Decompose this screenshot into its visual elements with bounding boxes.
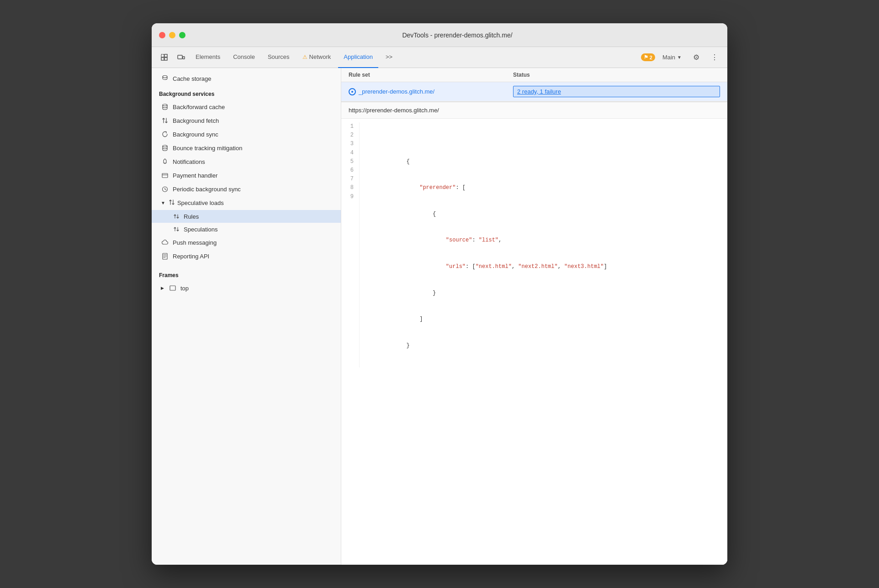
svg-rect-1 bbox=[164, 54, 167, 57]
sidebar-item-bounce-tracking[interactable]: Bounce tracking mitigation bbox=[152, 141, 341, 155]
sidebar-item-periodic-sync[interactable]: Periodic background sync bbox=[152, 182, 341, 196]
bell-icon bbox=[161, 158, 169, 166]
device-toggle-icon[interactable] bbox=[174, 50, 188, 65]
svg-rect-5 bbox=[183, 57, 185, 59]
content-area: Rule set Status _prerender-demos.glitch.… bbox=[341, 68, 727, 565]
sync-icon bbox=[161, 130, 169, 138]
svg-rect-11 bbox=[170, 286, 175, 290]
code-line-3: "prerender": [ bbox=[367, 184, 720, 192]
window-title: DevTools - prerender-demos.glitch.me/ bbox=[195, 31, 720, 39]
chevron-down-icon: ▼ bbox=[161, 200, 165, 205]
tab-elements[interactable]: Elements bbox=[190, 47, 226, 68]
close-button[interactable] bbox=[159, 32, 165, 38]
issues-badge[interactable]: ⚑ 2 bbox=[641, 53, 655, 61]
main-area: Cache storage Background services Back/f… bbox=[152, 68, 727, 565]
warn-icon: ⚠ bbox=[302, 54, 307, 60]
line-numbers: 1 2 3 4 5 6 7 8 9 bbox=[341, 122, 360, 368]
tab-application[interactable]: Application bbox=[338, 47, 378, 68]
rule-status-cell[interactable]: 2 ready, 1 failure bbox=[513, 86, 720, 97]
svg-rect-4 bbox=[178, 55, 182, 59]
svg-rect-8 bbox=[162, 173, 168, 178]
payment-handler-label: Payment handler bbox=[173, 172, 217, 179]
tab-more[interactable]: >> bbox=[380, 47, 398, 68]
svg-rect-2 bbox=[161, 58, 164, 60]
sidebar-item-backforward-cache[interactable]: Back/forward cache bbox=[152, 100, 341, 114]
bounce-tracking-label: Bounce tracking mitigation bbox=[173, 145, 242, 152]
more-options-icon[interactable]: ⋮ bbox=[707, 50, 722, 65]
speculations-label: Speculations bbox=[184, 226, 217, 233]
tab-network[interactable]: ⚠ Network bbox=[297, 47, 337, 68]
code-line-5: "source": "list", bbox=[367, 236, 720, 245]
sidebar-item-frames-top[interactable]: ▶ top bbox=[152, 281, 341, 295]
speculations-icon bbox=[173, 226, 180, 233]
traffic-lights bbox=[159, 32, 185, 38]
code-area: 1 2 3 4 5 6 7 8 9 { bbox=[341, 119, 727, 371]
cache-icon bbox=[161, 74, 169, 83]
sidebar-item-payment-handler[interactable]: Payment handler bbox=[152, 168, 341, 182]
sidebar-item-background-fetch[interactable]: Background fetch bbox=[152, 114, 341, 127]
sidebar-item-reporting-api[interactable]: Reporting API bbox=[152, 249, 341, 263]
rule-url-cell: _prerender-demos.glitch.me/ bbox=[349, 88, 513, 95]
settings-icon[interactable]: ⚙ bbox=[689, 50, 704, 65]
maximize-button[interactable] bbox=[179, 32, 185, 38]
periodic-sync-label: Periodic background sync bbox=[173, 186, 241, 193]
frames-top-label: top bbox=[180, 285, 189, 292]
badge-icon: ⚑ bbox=[644, 54, 648, 60]
card-icon bbox=[161, 171, 169, 179]
frame-icon bbox=[169, 284, 177, 292]
toolbar-right: ⚑ 2 Main ▼ ⚙ ⋮ bbox=[641, 50, 722, 65]
code-line-7: } bbox=[367, 289, 720, 298]
db2-icon bbox=[161, 144, 169, 152]
rules-icon bbox=[173, 213, 180, 220]
cloud-icon bbox=[161, 238, 169, 247]
chevron-down-icon: ▼ bbox=[677, 55, 682, 60]
sidebar: Cache storage Background services Back/f… bbox=[152, 68, 341, 565]
sidebar-item-background-sync[interactable]: Background sync bbox=[152, 127, 341, 141]
backforward-cache-label: Back/forward cache bbox=[173, 104, 225, 110]
push-messaging-label: Push messaging bbox=[173, 239, 217, 246]
sidebar-item-rules[interactable]: Rules bbox=[152, 210, 341, 223]
sidebar-item-speculations[interactable]: Speculations bbox=[152, 223, 341, 236]
sidebar-item-notifications[interactable]: Notifications bbox=[152, 155, 341, 168]
triangle-right-icon: ▶ bbox=[161, 286, 164, 290]
sidebar-item-cache-storage[interactable]: Cache storage bbox=[152, 72, 341, 85]
table-row[interactable]: _prerender-demos.glitch.me/ 2 ready, 1 f… bbox=[341, 82, 727, 101]
titlebar: DevTools - prerender-demos.glitch.me/ bbox=[152, 23, 727, 47]
tab-sources[interactable]: Sources bbox=[262, 47, 295, 68]
svg-rect-0 bbox=[161, 54, 164, 57]
devtools-window: DevTools - prerender-demos.glitch.me/ El… bbox=[152, 23, 727, 565]
cache-storage-label: Cache storage bbox=[173, 75, 212, 82]
background-sync-label: Background sync bbox=[173, 131, 218, 138]
code-line-8: ] bbox=[367, 315, 720, 324]
arrows3-icon bbox=[168, 199, 175, 207]
frames-header: Frames bbox=[152, 267, 341, 281]
sidebar-item-push-messaging[interactable]: Push messaging bbox=[152, 236, 341, 249]
tab-console[interactable]: Console bbox=[228, 47, 260, 68]
notifications-label: Notifications bbox=[173, 158, 205, 165]
rule-table: Rule set Status _prerender-demos.glitch.… bbox=[341, 68, 727, 102]
reporting-api-label: Reporting API bbox=[173, 253, 209, 260]
column-header-status: Status bbox=[513, 72, 720, 78]
main-selector[interactable]: Main ▼ bbox=[659, 52, 685, 63]
code-content: { "prerender": [ { "source": "list", "ur… bbox=[360, 122, 727, 368]
code-line-2: { bbox=[367, 158, 720, 166]
doc-icon bbox=[161, 252, 169, 260]
arrows-updown-icon bbox=[161, 116, 169, 125]
toolbar: Elements Console Sources ⚠ Network Appli… bbox=[152, 47, 727, 68]
inspect-icon[interactable] bbox=[157, 50, 172, 65]
svg-point-7 bbox=[163, 145, 167, 147]
background-fetch-label: Background fetch bbox=[173, 117, 219, 124]
svg-rect-3 bbox=[164, 58, 167, 60]
rule-url-link[interactable]: _prerender-demos.glitch.me/ bbox=[359, 88, 434, 95]
minimize-button[interactable] bbox=[169, 32, 175, 38]
prerender-icon bbox=[349, 88, 356, 95]
code-line-4: { bbox=[367, 210, 720, 219]
sidebar-item-speculative-loads[interactable]: ▼ Speculative loads bbox=[152, 196, 341, 210]
table-header: Rule set Status bbox=[341, 68, 727, 82]
rules-label: Rules bbox=[184, 213, 199, 220]
speculative-loads-label: Speculative loads bbox=[177, 200, 224, 206]
column-header-ruleset: Rule set bbox=[349, 72, 513, 78]
code-line-9: } bbox=[367, 341, 720, 350]
background-services-header: Background services bbox=[152, 85, 341, 100]
svg-point-6 bbox=[163, 104, 167, 106]
